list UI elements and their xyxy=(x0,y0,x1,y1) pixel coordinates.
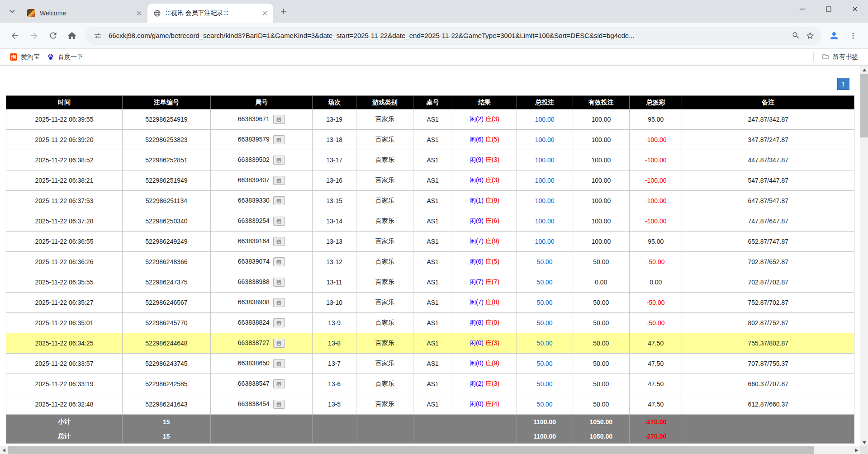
round-result-image-icon[interactable] xyxy=(273,278,285,287)
table-row[interactable]: 2025-11-22 06:35:55522986247375663838988… xyxy=(6,272,854,293)
total-bet-link[interactable]: 50.00 xyxy=(537,319,553,326)
cell-valid-bet: 50.00 xyxy=(573,293,630,313)
round-result-image-icon[interactable] xyxy=(273,176,285,185)
cell-bet-id: 522986252851 xyxy=(122,150,210,170)
round-result-image-icon[interactable] xyxy=(273,298,285,307)
reload-button[interactable] xyxy=(43,26,62,45)
bookmark-star-icon[interactable] xyxy=(803,28,817,43)
total-bet-link[interactable]: 50.00 xyxy=(537,299,553,306)
round-result-image-icon[interactable] xyxy=(273,379,285,388)
total-bet-link[interactable]: 100.00 xyxy=(535,238,555,245)
total-bet-link[interactable]: 100.00 xyxy=(535,136,555,143)
total-bet-link[interactable]: 100.00 xyxy=(535,177,555,184)
close-tab-icon[interactable] xyxy=(134,8,144,18)
profile-button[interactable] xyxy=(825,26,844,45)
cell-game-type: 百家乐 xyxy=(356,252,413,272)
totals-cell xyxy=(312,429,356,444)
table-row[interactable]: 2025-11-22 06:33:57522986243745663838650… xyxy=(6,354,854,374)
total-bet-link[interactable]: 50.00 xyxy=(537,258,553,265)
table-row[interactable]: 2025-11-22 06:38:52522986252851663839502… xyxy=(6,150,854,170)
round-result-image-icon[interactable] xyxy=(273,257,285,266)
table-row[interactable]: 2025-11-22 06:36:55522986249249663839164… xyxy=(6,232,854,252)
close-window-button[interactable] xyxy=(842,0,868,18)
scroll-down-arrow-icon[interactable] xyxy=(860,439,868,446)
bookmark-baidu[interactable]: 百度一下 xyxy=(43,51,87,63)
close-tab-icon[interactable] xyxy=(260,8,270,18)
cell-round: 663839671 xyxy=(210,109,312,130)
horizontal-scrollbar[interactable] xyxy=(0,446,860,454)
menu-button[interactable] xyxy=(844,26,863,45)
total-bet-link[interactable]: 50.00 xyxy=(537,401,553,408)
total-bet-link[interactable]: 50.00 xyxy=(537,380,553,388)
table-row[interactable]: 2025-11-22 06:36:26522986248366663839074… xyxy=(6,252,854,272)
scroll-up-arrow-icon[interactable] xyxy=(860,66,868,74)
minimize-button[interactable] xyxy=(789,0,816,18)
round-result-image-icon[interactable] xyxy=(273,359,285,368)
vertical-scroll-thumb[interactable] xyxy=(860,74,868,137)
cell-total-bet: 50.00 xyxy=(517,252,573,272)
cell-game-type: 百家乐 xyxy=(356,170,413,191)
cell-game-type: 百家乐 xyxy=(356,313,413,333)
address-bar[interactable]: 66cxkj98.com/game/betrecord_search/kind3… xyxy=(85,27,821,45)
result-player: 闲(7) xyxy=(470,298,484,306)
bookmark-taobao[interactable]: 淘 爱淘宝 xyxy=(6,51,43,63)
new-tab-button[interactable] xyxy=(276,4,291,19)
back-button[interactable] xyxy=(5,26,24,45)
forward-button[interactable] xyxy=(24,26,43,45)
cell-round: 663839254 xyxy=(210,211,312,232)
total-bet-link[interactable]: 100.00 xyxy=(535,156,555,164)
result-banker: 庄(7) xyxy=(485,278,499,285)
total-bet-link[interactable]: 100.00 xyxy=(535,218,555,225)
result-banker: 庄(3) xyxy=(485,115,499,123)
scroll-right-arrow-icon[interactable] xyxy=(853,446,860,454)
cell-total-bet: 50.00 xyxy=(517,333,573,354)
table-row[interactable]: 2025-11-22 06:32:48522986241643663838454… xyxy=(6,394,854,415)
page-1-button[interactable]: 1 xyxy=(837,78,849,90)
vertical-scrollbar[interactable] xyxy=(860,66,868,446)
round-result-image-icon[interactable] xyxy=(273,400,285,409)
totals-cell: 1100.00 xyxy=(517,429,573,444)
tab-search-button[interactable] xyxy=(5,4,20,19)
cell-remark: 612.87/660.37 xyxy=(682,394,854,415)
total-bet-link[interactable]: 50.00 xyxy=(537,279,553,286)
home-button[interactable] xyxy=(62,26,81,45)
round-result-image-icon[interactable] xyxy=(273,318,285,327)
round-result-image-icon[interactable] xyxy=(273,156,285,165)
maximize-button[interactable] xyxy=(816,0,842,18)
table-row[interactable]: 2025-11-22 06:37:53522986251134663839330… xyxy=(6,191,854,211)
table-row[interactable]: 2025-11-22 06:34:25522986244648663838727… xyxy=(6,333,854,354)
all-bookmarks-button[interactable]: 所有书签 xyxy=(818,51,862,63)
round-result-image-icon[interactable] xyxy=(273,339,285,348)
table-row[interactable]: 2025-11-22 06:38:21522986251949663839407… xyxy=(6,170,854,191)
horizontal-scroll-thumb[interactable] xyxy=(8,446,814,454)
cell-payout: -100.00 xyxy=(630,191,682,211)
round-result-image-icon[interactable] xyxy=(273,135,285,144)
round-result-image-icon[interactable] xyxy=(273,196,285,205)
table-row[interactable]: 2025-11-22 06:35:01522986245770663838824… xyxy=(6,313,854,333)
cell-round: 663839330 xyxy=(210,191,312,211)
total-bet-link[interactable]: 100.00 xyxy=(535,197,555,204)
url-text[interactable]: 66cxkj98.com/game/betrecord_search/kind3… xyxy=(109,32,785,39)
cell-table-no: AS1 xyxy=(413,293,452,313)
site-info-icon[interactable] xyxy=(90,28,105,43)
total-bet-link[interactable]: 50.00 xyxy=(537,360,553,367)
zoom-icon[interactable] xyxy=(788,28,803,43)
betrecord-favicon-globe-icon xyxy=(153,9,161,17)
round-result-image-icon[interactable] xyxy=(273,217,285,226)
tab-betrecord[interactable]: :::视讯 会员下注纪录::: xyxy=(147,4,273,23)
round-result-image-icon[interactable] xyxy=(273,115,285,124)
round-result-image-icon[interactable] xyxy=(273,237,285,246)
back-icon xyxy=(10,31,20,41)
round-number: 663838727 xyxy=(238,339,270,346)
total-bet-link[interactable]: 100.00 xyxy=(535,116,555,123)
tab-welcome[interactable]: Welcome xyxy=(22,4,147,23)
table-row[interactable]: 2025-11-22 06:35:27522986246567663838908… xyxy=(6,293,854,313)
table-row[interactable]: 2025-11-22 06:37:28522986250340663839254… xyxy=(6,211,854,232)
cell-result: 闲(0) 庄(4) xyxy=(452,394,517,415)
round-number: 663839330 xyxy=(238,197,270,204)
table-row[interactable]: 2025-11-22 06:39:20522986253823663839579… xyxy=(6,130,854,150)
table-row[interactable]: 2025-11-22 06:33:19522986242585663838547… xyxy=(6,374,854,394)
scroll-left-arrow-icon[interactable] xyxy=(0,446,8,454)
total-bet-link[interactable]: 50.00 xyxy=(537,340,553,347)
table-row[interactable]: 2025-11-22 06:39:55522986254919663839671… xyxy=(6,109,854,130)
